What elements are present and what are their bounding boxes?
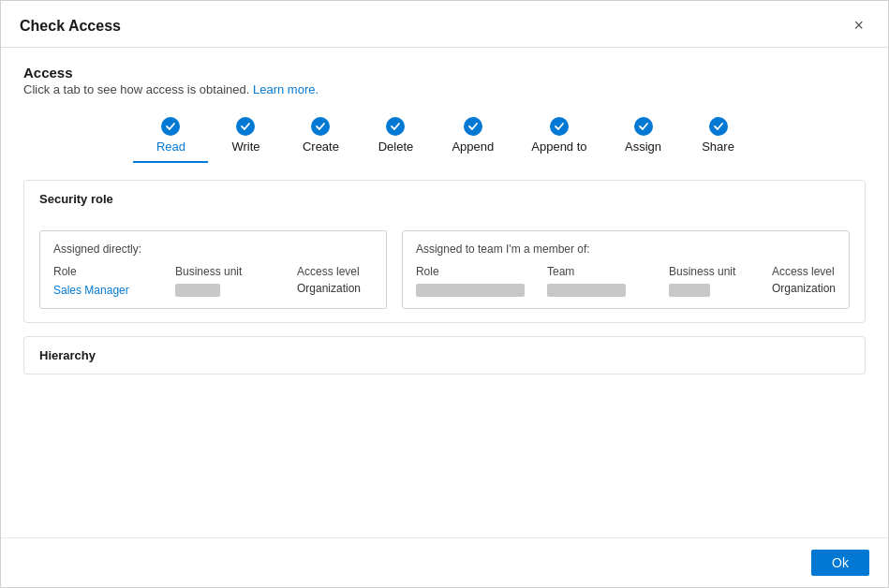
team-access-cell: Organization — [772, 282, 836, 297]
team-col-team-header: Team — [547, 265, 669, 278]
tab-share[interactable]: Share — [681, 111, 756, 163]
append-to-check-icon — [550, 117, 569, 136]
direct-table-row: Sales Manager can731 Organization — [53, 282, 373, 297]
team-table-header: Role Team Business unit Access level — [416, 265, 836, 278]
team-team-cell: test group team — [547, 282, 669, 297]
tab-assign[interactable]: Assign — [606, 111, 681, 163]
create-check-icon — [311, 117, 330, 136]
tab-write[interactable]: Write — [208, 111, 283, 163]
write-check-icon — [236, 117, 255, 136]
direct-access-cell: Organization — [297, 282, 373, 297]
tab-write-label: Write — [231, 140, 259, 154]
tab-read[interactable]: Read — [133, 111, 208, 163]
tab-share-label: Share — [702, 140, 734, 154]
dialog-title: Check Access — [20, 18, 121, 35]
append-check-icon — [464, 117, 482, 136]
assign-check-icon — [634, 117, 653, 136]
tab-create[interactable]: Create — [283, 111, 358, 163]
security-role-header: Security role — [24, 181, 865, 217]
team-table-row: Common Data Servi... test group team can… — [416, 282, 836, 297]
direct-role-link[interactable]: Manager — [81, 284, 129, 297]
tab-create-label: Create — [303, 140, 339, 154]
tab-append[interactable]: Append — [433, 111, 512, 163]
read-check-icon — [161, 117, 180, 136]
direct-bu-cell: can731 — [175, 282, 297, 297]
security-role-section: Security role Assigned directly: Role Bu… — [23, 180, 866, 323]
team-bu-value: can731 — [669, 284, 710, 297]
direct-col-access-header: Access level — [297, 265, 373, 278]
direct-col-role-header: Role — [53, 265, 175, 278]
access-subtitle: Click a tab to see how access is obtaine… — [23, 82, 866, 96]
hierarchy-header: Hierarchy — [24, 337, 865, 374]
direct-bu-value: can731 — [175, 284, 220, 297]
assigned-team-box: Assigned to team I'm a member of: Role T… — [402, 230, 850, 309]
check-access-dialog: Check Access × Access Click a tab to see… — [0, 0, 889, 588]
dialog-header: Check Access × — [1, 1, 888, 48]
assigned-directly-box: Assigned directly: Role Business unit Ac… — [39, 230, 387, 309]
ok-button[interactable]: Ok — [811, 550, 869, 576]
hierarchy-section: Hierarchy — [23, 336, 866, 375]
direct-col-bu-header: Business unit — [175, 265, 297, 278]
team-col-access-header: Access level — [772, 265, 836, 278]
team-bu-cell: can731 — [669, 282, 772, 297]
security-role-content: Assigned directly: Role Business unit Ac… — [24, 217, 865, 322]
access-title: Access — [23, 65, 866, 81]
tab-append-to-label: Append to — [531, 140, 586, 154]
tab-delete-label: Delete — [378, 140, 414, 154]
dialog-footer: Ok — [1, 537, 888, 587]
direct-role-prefix-link[interactable]: Sales — [53, 284, 81, 297]
tab-read-label: Read — [156, 140, 185, 154]
tab-assign-label: Assign — [625, 140, 661, 154]
assigned-directly-title: Assigned directly: — [53, 243, 373, 256]
team-role-cell: Common Data Servi... — [416, 282, 547, 297]
delete-check-icon — [386, 117, 405, 136]
team-team-value: test group team — [547, 284, 626, 297]
team-col-role-header: Role — [416, 265, 547, 278]
dialog-body: Access Click a tab to see how access is … — [1, 48, 888, 537]
team-col-bu-header: Business unit — [669, 265, 772, 278]
assigned-team-title: Assigned to team I'm a member of: — [416, 243, 836, 256]
direct-table-header: Role Business unit Access level — [53, 265, 373, 278]
share-check-icon — [709, 117, 728, 136]
direct-role-cell: Sales Manager — [53, 282, 175, 297]
tab-append-label: Append — [452, 140, 494, 154]
tabs-row: Read Write Create Delete — [23, 111, 866, 163]
tab-append-to[interactable]: Append to — [512, 111, 605, 163]
learn-more-link[interactable]: Learn more. — [253, 82, 319, 96]
team-role-value: Common Data Servi... — [416, 284, 525, 297]
tab-delete[interactable]: Delete — [358, 111, 433, 163]
close-button[interactable]: × — [848, 14, 869, 37]
